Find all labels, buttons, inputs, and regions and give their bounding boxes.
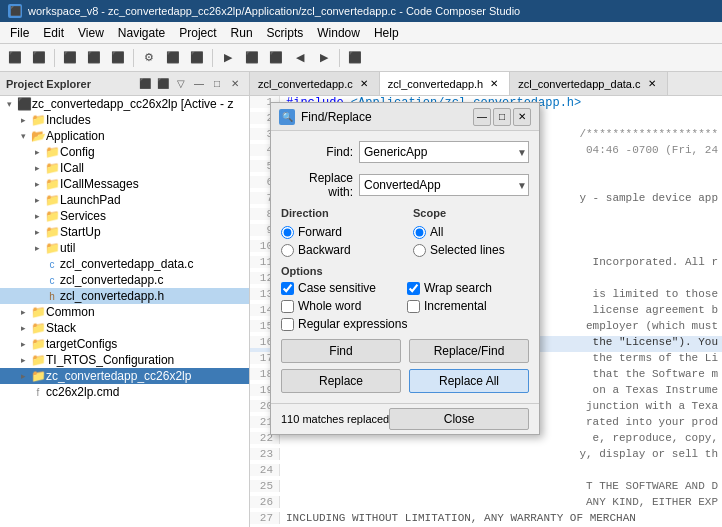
- radio-backward-label[interactable]: Backward: [298, 243, 351, 257]
- checkbox-incremental-input[interactable]: [407, 300, 420, 313]
- tree-arrow-services: [30, 209, 44, 223]
- toolbar-btn-4[interactable]: ⬛: [83, 47, 105, 69]
- line-num-23: 23: [250, 448, 280, 460]
- tree-item-tirtos[interactable]: 📁 TI_RTOS_Configuration: [0, 352, 249, 368]
- toolbar-btn-10[interactable]: ⬛: [241, 47, 263, 69]
- menu-help[interactable]: Help: [368, 24, 405, 42]
- dialog-minimize-button[interactable]: —: [473, 108, 491, 126]
- toolbar-btn-7[interactable]: ⬛: [162, 47, 184, 69]
- find-input[interactable]: [359, 141, 529, 163]
- replace-find-button[interactable]: Replace/Find: [409, 339, 529, 363]
- tree-label-launchpad: LaunchPad: [60, 193, 121, 207]
- checkbox-incremental-label[interactable]: Incremental: [424, 299, 487, 313]
- toolbar: ⬛ ⬛ ⬛ ⬛ ⬛ ⚙ ⬛ ⬛ ▶ ⬛ ⬛ ◀ ▶ ⬛: [0, 44, 722, 72]
- tab-zcl-h-close-icon[interactable]: ✕: [487, 77, 501, 91]
- tree-item-zc26x2lp[interactable]: 📁 zc_convertedapp_cc26x2lp: [0, 368, 249, 384]
- checkbox-wrap-search-label[interactable]: Wrap search: [424, 281, 492, 295]
- tree-item-config[interactable]: 📁 Config: [0, 144, 249, 160]
- folder-services-icon: 📁: [44, 209, 60, 223]
- toolbar-btn-12[interactable]: ◀: [289, 47, 311, 69]
- sidebar-expand-icon[interactable]: ⬛: [155, 76, 171, 92]
- tree-item-common[interactable]: 📁 Common: [0, 304, 249, 320]
- toolbar-btn-14[interactable]: ⬛: [344, 47, 366, 69]
- tree-item-services[interactable]: 📁 Services: [0, 208, 249, 224]
- radio-selected-lines: Selected lines: [413, 243, 529, 257]
- radio-forward-input[interactable]: [281, 226, 294, 239]
- dialog-status: 110 matches replaced Close: [271, 403, 539, 434]
- toolbar-btn-6[interactable]: ⚙: [138, 47, 160, 69]
- replace-input[interactable]: [359, 174, 529, 196]
- menu-view[interactable]: View: [72, 24, 110, 42]
- checkbox-regex-input[interactable]: [281, 318, 294, 331]
- tree-item-launchpad[interactable]: 📁 LaunchPad: [0, 192, 249, 208]
- radio-all-label[interactable]: All: [430, 225, 443, 239]
- tree-item-icall[interactable]: 📁 ICall: [0, 160, 249, 176]
- menu-navigate[interactable]: Navigate: [112, 24, 171, 42]
- toolbar-btn-8[interactable]: ⬛: [186, 47, 208, 69]
- tree-arrow-util: [30, 241, 44, 255]
- checkbox-regex-label[interactable]: Regular expressions: [298, 317, 407, 331]
- sidebar-collapse-icon[interactable]: ⬛: [137, 76, 153, 92]
- tree-item-includes[interactable]: 📁 Includes: [0, 112, 249, 128]
- editor-area: zcl_convertedapp.c ✕ zcl_convertedapp.h …: [250, 72, 722, 527]
- radio-selected-label[interactable]: Selected lines: [430, 243, 505, 257]
- menu-scripts[interactable]: Scripts: [261, 24, 310, 42]
- radio-backward-input[interactable]: [281, 244, 294, 257]
- toolbar-btn-13[interactable]: ▶: [313, 47, 335, 69]
- tab-zcl-h[interactable]: zcl_convertedapp.h ✕: [380, 72, 510, 96]
- find-dropdown-icon[interactable]: ▼: [517, 147, 527, 158]
- menu-edit[interactable]: Edit: [37, 24, 70, 42]
- toolbar-btn-3[interactable]: ⬛: [59, 47, 81, 69]
- checkbox-case-sensitive-label[interactable]: Case sensitive: [298, 281, 376, 295]
- radio-selected-input[interactable]: [413, 244, 426, 257]
- tree-item-util[interactable]: 📁 util: [0, 240, 249, 256]
- folder-stack-icon: 📁: [30, 321, 46, 335]
- right-comment-11: Incorporated. All r: [593, 256, 722, 268]
- tree-item-zcl-data[interactable]: c zcl_convertedapp_data.c: [0, 256, 249, 272]
- toolbar-btn-1[interactable]: ⬛: [4, 47, 26, 69]
- code-line-24: 24: [250, 464, 722, 480]
- checkbox-case-sensitive-input[interactable]: [281, 282, 294, 295]
- replace-dropdown-icon[interactable]: ▼: [517, 180, 527, 191]
- radio-all-input[interactable]: [413, 226, 426, 239]
- tree-label-stack: Stack: [46, 321, 76, 335]
- menu-window[interactable]: Window: [311, 24, 366, 42]
- toolbar-btn-5[interactable]: ⬛: [107, 47, 129, 69]
- menu-run[interactable]: Run: [225, 24, 259, 42]
- tree-item-application[interactable]: 📂 Application: [0, 128, 249, 144]
- checkbox-whole-word-label[interactable]: Whole word: [298, 299, 361, 313]
- radio-forward-label[interactable]: Forward: [298, 225, 342, 239]
- find-button[interactable]: Find: [281, 339, 401, 363]
- sidebar-minimize-icon[interactable]: —: [191, 76, 207, 92]
- sidebar-close-icon[interactable]: ✕: [227, 76, 243, 92]
- tree-item-zcl-h[interactable]: h zcl_convertedapp.h: [0, 288, 249, 304]
- tree-item-icallmessages[interactable]: 📁 ICallMessages: [0, 176, 249, 192]
- tree-item-zcl-c[interactable]: c zcl_convertedapp.c: [0, 272, 249, 288]
- tree-item-targetconfigs[interactable]: 📁 targetConfigs: [0, 336, 249, 352]
- sidebar-maximize-icon[interactable]: □: [209, 76, 225, 92]
- menu-project[interactable]: Project: [173, 24, 222, 42]
- toolbar-btn-2[interactable]: ⬛: [28, 47, 50, 69]
- tab-zcl-data-close-icon[interactable]: ✕: [645, 77, 659, 91]
- dialog-maximize-button[interactable]: □: [493, 108, 511, 126]
- tree-item-cmd[interactable]: f cc26x2lp.cmd: [0, 384, 249, 400]
- tab-zcl-c-close-icon[interactable]: ✕: [357, 77, 371, 91]
- tree-item-startup[interactable]: 📁 StartUp: [0, 224, 249, 240]
- tree-label-config: Config: [60, 145, 95, 159]
- checkbox-whole-word-input[interactable]: [281, 300, 294, 313]
- toolbar-btn-11[interactable]: ⬛: [265, 47, 287, 69]
- tab-zcl-data[interactable]: zcl_convertedapp_data.c ✕: [510, 72, 667, 95]
- toolbar-btn-9[interactable]: ▶: [217, 47, 239, 69]
- close-button[interactable]: Close: [389, 408, 529, 430]
- dialog-close-button[interactable]: ✕: [513, 108, 531, 126]
- tab-zcl-c[interactable]: zcl_convertedapp.c ✕: [250, 72, 380, 95]
- replace-all-button[interactable]: Replace All: [409, 369, 529, 393]
- checkbox-wrap-search-input[interactable]: [407, 282, 420, 295]
- sidebar-menu-icon[interactable]: ▽: [173, 76, 189, 92]
- tree-arrow-zcl-h: [30, 289, 44, 303]
- menu-file[interactable]: File: [4, 24, 35, 42]
- line-num-24: 24: [250, 464, 280, 476]
- tree-item-root[interactable]: ⬛ zc_convertedapp_cc26x2lp [Active - z: [0, 96, 249, 112]
- replace-button[interactable]: Replace: [281, 369, 401, 393]
- tree-item-stack[interactable]: 📁 Stack: [0, 320, 249, 336]
